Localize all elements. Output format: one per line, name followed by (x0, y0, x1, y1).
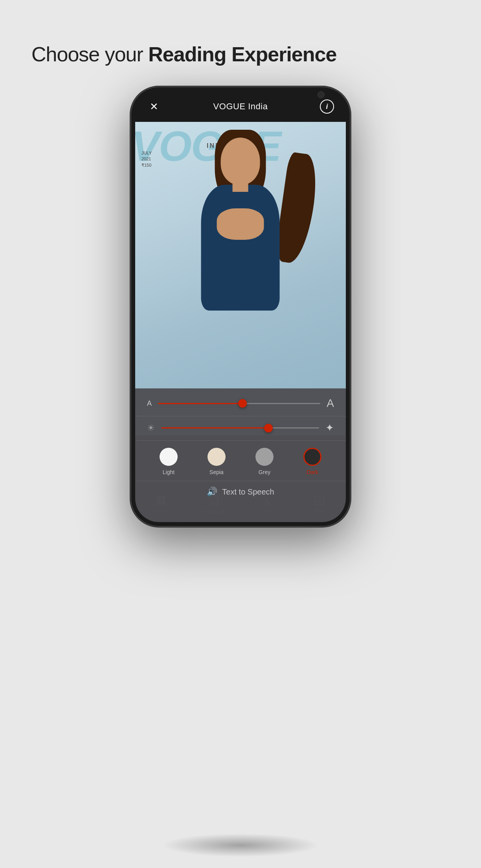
heading-bold: Reading Experience (148, 43, 336, 66)
theme-light-label: Light (163, 469, 174, 475)
brightness-thumb[interactable] (264, 424, 273, 432)
theme-sepia[interactable]: Sepia (207, 448, 226, 475)
font-size-slider[interactable] (158, 403, 320, 404)
brightness-low-icon: ☀ (147, 423, 155, 433)
issue-info: JULY 2021 ₹150 (141, 150, 152, 168)
phone-mockup: ✕ VOGUE India i VOGUE INDIA JULY 2021 ₹1… (130, 86, 351, 833)
theme-grey-label: Grey (259, 469, 270, 475)
brightness-row: ☀ ✦ (135, 416, 346, 441)
tts-icon: 🔊 (207, 487, 217, 497)
theme-dark[interactable]: Dark (303, 448, 321, 475)
heading-prefix: Choose your (31, 43, 148, 66)
magazine-title: VOGUE India (213, 101, 268, 112)
camera-dot (318, 91, 325, 98)
head (221, 138, 260, 185)
font-size-small-label: A (147, 399, 152, 408)
font-size-large-label: A (327, 397, 334, 410)
cover-person (156, 138, 325, 420)
neck (233, 180, 248, 192)
theme-row: Light Sepia Grey Dark (135, 441, 346, 481)
font-size-thumb[interactable] (238, 399, 247, 408)
theme-dark-circle (303, 448, 321, 466)
brightness-fill (161, 427, 268, 428)
theme-grey[interactable]: Grey (255, 448, 274, 475)
theme-light-circle (160, 448, 178, 466)
theme-dark-label: Dark (307, 469, 318, 475)
hands (217, 208, 264, 240)
body (201, 185, 280, 311)
theme-sepia-circle (207, 448, 226, 466)
font-size-fill (158, 403, 242, 404)
brightness-slider[interactable] (161, 427, 319, 428)
theme-light[interactable]: Light (160, 448, 178, 475)
brightness-high-icon: ✦ (325, 422, 334, 434)
phone-notch (217, 91, 264, 102)
hair-right (274, 152, 320, 265)
info-button[interactable]: i (320, 99, 334, 114)
phone-shadow (162, 833, 319, 857)
phone-screen: ✕ VOGUE India i VOGUE INDIA JULY 2021 ₹1… (135, 91, 346, 522)
theme-sepia-label: Sepia (209, 469, 224, 475)
close-button[interactable]: ✕ (147, 99, 161, 114)
tts-row[interactable]: 🔊 Text to Speech (135, 481, 346, 502)
theme-grey-circle (255, 448, 274, 466)
font-size-row: A A (135, 388, 346, 416)
tts-label: Text to Speech (222, 487, 274, 497)
settings-panel: A A ☀ ✦ (135, 388, 346, 522)
phone-frame: ✕ VOGUE India i VOGUE INDIA JULY 2021 ₹1… (130, 86, 351, 527)
page-heading: Choose your Reading Experience (31, 42, 336, 66)
